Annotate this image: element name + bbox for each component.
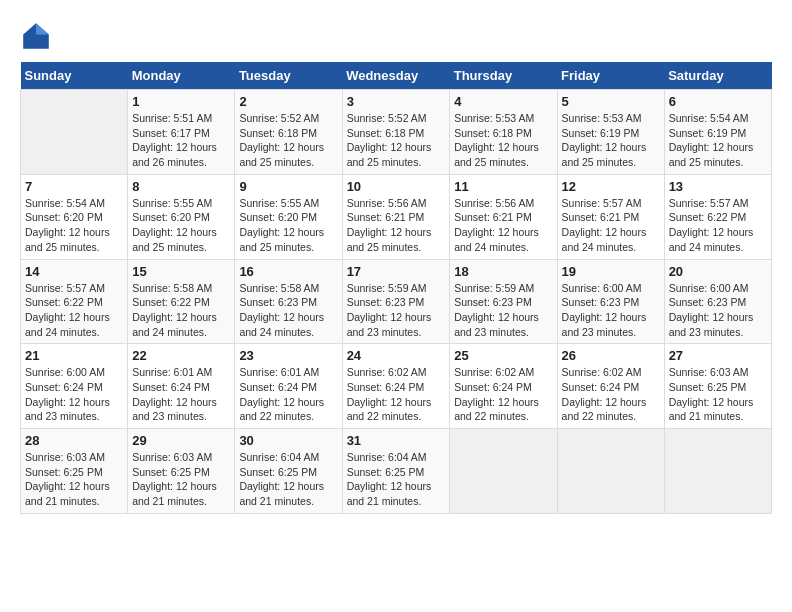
day-info: Sunrise: 6:03 AMSunset: 6:25 PMDaylight:… — [132, 450, 230, 509]
day-number: 22 — [132, 348, 230, 363]
calendar-cell — [557, 429, 664, 514]
day-info: Sunrise: 5:53 AMSunset: 6:18 PMDaylight:… — [454, 111, 552, 170]
calendar-cell: 26 Sunrise: 6:02 AMSunset: 6:24 PMDaylig… — [557, 344, 664, 429]
day-number: 31 — [347, 433, 446, 448]
logo-icon — [20, 20, 52, 52]
calendar-cell: 19 Sunrise: 6:00 AMSunset: 6:23 PMDaylig… — [557, 259, 664, 344]
calendar-table: SundayMondayTuesdayWednesdayThursdayFrid… — [20, 62, 772, 514]
calendar-cell: 4 Sunrise: 5:53 AMSunset: 6:18 PMDayligh… — [450, 90, 557, 175]
calendar-cell — [21, 90, 128, 175]
day-info: Sunrise: 6:02 AMSunset: 6:24 PMDaylight:… — [454, 365, 552, 424]
calendar-cell: 27 Sunrise: 6:03 AMSunset: 6:25 PMDaylig… — [664, 344, 771, 429]
calendar-cell: 2 Sunrise: 5:52 AMSunset: 6:18 PMDayligh… — [235, 90, 342, 175]
day-info: Sunrise: 6:03 AMSunset: 6:25 PMDaylight:… — [669, 365, 767, 424]
day-number: 27 — [669, 348, 767, 363]
day-info: Sunrise: 5:58 AMSunset: 6:23 PMDaylight:… — [239, 281, 337, 340]
week-row-2: 7 Sunrise: 5:54 AMSunset: 6:20 PMDayligh… — [21, 174, 772, 259]
calendar-cell: 23 Sunrise: 6:01 AMSunset: 6:24 PMDaylig… — [235, 344, 342, 429]
day-info: Sunrise: 6:01 AMSunset: 6:24 PMDaylight:… — [239, 365, 337, 424]
calendar-cell: 10 Sunrise: 5:56 AMSunset: 6:21 PMDaylig… — [342, 174, 450, 259]
day-info: Sunrise: 6:01 AMSunset: 6:24 PMDaylight:… — [132, 365, 230, 424]
calendar-cell: 29 Sunrise: 6:03 AMSunset: 6:25 PMDaylig… — [128, 429, 235, 514]
day-number: 15 — [132, 264, 230, 279]
day-number: 20 — [669, 264, 767, 279]
day-number: 30 — [239, 433, 337, 448]
day-number: 6 — [669, 94, 767, 109]
day-info: Sunrise: 5:51 AMSunset: 6:17 PMDaylight:… — [132, 111, 230, 170]
calendar-cell — [450, 429, 557, 514]
calendar-cell: 25 Sunrise: 6:02 AMSunset: 6:24 PMDaylig… — [450, 344, 557, 429]
day-number: 11 — [454, 179, 552, 194]
day-info: Sunrise: 5:57 AMSunset: 6:21 PMDaylight:… — [562, 196, 660, 255]
calendar-cell: 11 Sunrise: 5:56 AMSunset: 6:21 PMDaylig… — [450, 174, 557, 259]
calendar-cell: 8 Sunrise: 5:55 AMSunset: 6:20 PMDayligh… — [128, 174, 235, 259]
calendar-cell: 6 Sunrise: 5:54 AMSunset: 6:19 PMDayligh… — [664, 90, 771, 175]
calendar-cell: 13 Sunrise: 5:57 AMSunset: 6:22 PMDaylig… — [664, 174, 771, 259]
day-info: Sunrise: 5:56 AMSunset: 6:21 PMDaylight:… — [454, 196, 552, 255]
day-number: 1 — [132, 94, 230, 109]
day-info: Sunrise: 5:57 AMSunset: 6:22 PMDaylight:… — [669, 196, 767, 255]
calendar-cell: 22 Sunrise: 6:01 AMSunset: 6:24 PMDaylig… — [128, 344, 235, 429]
day-number: 18 — [454, 264, 552, 279]
calendar-cell: 16 Sunrise: 5:58 AMSunset: 6:23 PMDaylig… — [235, 259, 342, 344]
day-info: Sunrise: 5:52 AMSunset: 6:18 PMDaylight:… — [347, 111, 446, 170]
calendar-cell: 9 Sunrise: 5:55 AMSunset: 6:20 PMDayligh… — [235, 174, 342, 259]
logo — [20, 20, 56, 52]
day-number: 4 — [454, 94, 552, 109]
header — [20, 20, 772, 52]
day-number: 2 — [239, 94, 337, 109]
day-number: 23 — [239, 348, 337, 363]
calendar-cell: 28 Sunrise: 6:03 AMSunset: 6:25 PMDaylig… — [21, 429, 128, 514]
day-info: Sunrise: 5:59 AMSunset: 6:23 PMDaylight:… — [454, 281, 552, 340]
day-info: Sunrise: 6:02 AMSunset: 6:24 PMDaylight:… — [562, 365, 660, 424]
day-number: 16 — [239, 264, 337, 279]
calendar-cell: 24 Sunrise: 6:02 AMSunset: 6:24 PMDaylig… — [342, 344, 450, 429]
day-number: 10 — [347, 179, 446, 194]
day-info: Sunrise: 6:04 AMSunset: 6:25 PMDaylight:… — [239, 450, 337, 509]
day-number: 5 — [562, 94, 660, 109]
day-info: Sunrise: 5:58 AMSunset: 6:22 PMDaylight:… — [132, 281, 230, 340]
calendar-cell: 1 Sunrise: 5:51 AMSunset: 6:17 PMDayligh… — [128, 90, 235, 175]
header-cell-friday: Friday — [557, 62, 664, 90]
week-row-5: 28 Sunrise: 6:03 AMSunset: 6:25 PMDaylig… — [21, 429, 772, 514]
svg-marker-1 — [36, 23, 49, 34]
day-info: Sunrise: 6:02 AMSunset: 6:24 PMDaylight:… — [347, 365, 446, 424]
day-number: 9 — [239, 179, 337, 194]
calendar-cell: 12 Sunrise: 5:57 AMSunset: 6:21 PMDaylig… — [557, 174, 664, 259]
header-cell-saturday: Saturday — [664, 62, 771, 90]
calendar-cell: 14 Sunrise: 5:57 AMSunset: 6:22 PMDaylig… — [21, 259, 128, 344]
day-number: 13 — [669, 179, 767, 194]
calendar-cell: 30 Sunrise: 6:04 AMSunset: 6:25 PMDaylig… — [235, 429, 342, 514]
day-number: 21 — [25, 348, 123, 363]
calendar-cell: 21 Sunrise: 6:00 AMSunset: 6:24 PMDaylig… — [21, 344, 128, 429]
header-cell-thursday: Thursday — [450, 62, 557, 90]
day-number: 26 — [562, 348, 660, 363]
day-info: Sunrise: 5:55 AMSunset: 6:20 PMDaylight:… — [239, 196, 337, 255]
calendar-cell: 7 Sunrise: 5:54 AMSunset: 6:20 PMDayligh… — [21, 174, 128, 259]
day-number: 14 — [25, 264, 123, 279]
calendar-cell: 17 Sunrise: 5:59 AMSunset: 6:23 PMDaylig… — [342, 259, 450, 344]
day-info: Sunrise: 6:00 AMSunset: 6:23 PMDaylight:… — [669, 281, 767, 340]
day-info: Sunrise: 6:00 AMSunset: 6:23 PMDaylight:… — [562, 281, 660, 340]
day-number: 19 — [562, 264, 660, 279]
day-number: 3 — [347, 94, 446, 109]
header-cell-sunday: Sunday — [21, 62, 128, 90]
header-row: SundayMondayTuesdayWednesdayThursdayFrid… — [21, 62, 772, 90]
day-info: Sunrise: 5:59 AMSunset: 6:23 PMDaylight:… — [347, 281, 446, 340]
header-cell-wednesday: Wednesday — [342, 62, 450, 90]
header-cell-tuesday: Tuesday — [235, 62, 342, 90]
day-info: Sunrise: 5:55 AMSunset: 6:20 PMDaylight:… — [132, 196, 230, 255]
week-row-4: 21 Sunrise: 6:00 AMSunset: 6:24 PMDaylig… — [21, 344, 772, 429]
calendar-cell: 31 Sunrise: 6:04 AMSunset: 6:25 PMDaylig… — [342, 429, 450, 514]
week-row-3: 14 Sunrise: 5:57 AMSunset: 6:22 PMDaylig… — [21, 259, 772, 344]
day-number: 12 — [562, 179, 660, 194]
day-info: Sunrise: 6:00 AMSunset: 6:24 PMDaylight:… — [25, 365, 123, 424]
day-number: 8 — [132, 179, 230, 194]
day-info: Sunrise: 6:03 AMSunset: 6:25 PMDaylight:… — [25, 450, 123, 509]
day-info: Sunrise: 5:56 AMSunset: 6:21 PMDaylight:… — [347, 196, 446, 255]
calendar-cell: 3 Sunrise: 5:52 AMSunset: 6:18 PMDayligh… — [342, 90, 450, 175]
calendar-cell: 20 Sunrise: 6:00 AMSunset: 6:23 PMDaylig… — [664, 259, 771, 344]
day-info: Sunrise: 5:54 AMSunset: 6:19 PMDaylight:… — [669, 111, 767, 170]
day-number: 28 — [25, 433, 123, 448]
day-info: Sunrise: 6:04 AMSunset: 6:25 PMDaylight:… — [347, 450, 446, 509]
